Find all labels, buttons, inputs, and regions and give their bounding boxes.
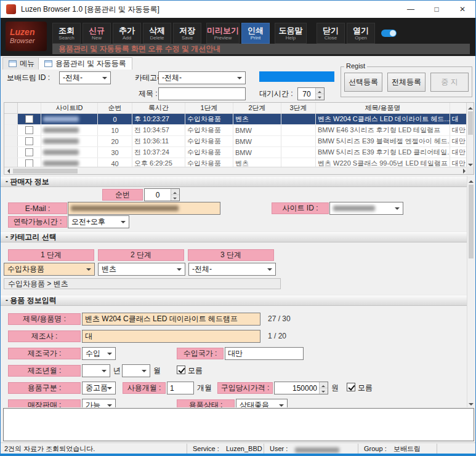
column-header-num[interactable]: 순번 xyxy=(98,103,132,113)
tab-label: 메뉴 xyxy=(20,58,34,69)
table-row[interactable]: 10 전 10:34:57 수입차용품 BMW BMW E46 3시리즈 후기형… xyxy=(4,125,467,136)
spin-down-icon[interactable] xyxy=(171,195,179,201)
row-checkbox[interactable] xyxy=(25,148,33,156)
maximize-button[interactable]: □ xyxy=(424,1,450,18)
spin-down-icon[interactable] xyxy=(316,94,324,100)
bobae-id-select[interactable]: -전체- xyxy=(59,71,111,84)
condition-select[interactable]: 상태좋음 xyxy=(236,399,288,407)
seq-stepper[interactable]: 0 xyxy=(144,188,180,201)
scrollbar-thumb[interactable] xyxy=(468,111,473,135)
mfg-month-select[interactable] xyxy=(122,364,150,377)
months-suffix: 개월 xyxy=(197,382,212,394)
tab-product-register[interactable]: 용품관리 및 자동등록 xyxy=(38,57,132,70)
spin-up-icon[interactable] xyxy=(171,189,179,195)
scroll-down-icon[interactable] xyxy=(467,400,475,407)
unknown-date-checkbox[interactable] xyxy=(177,366,185,374)
scroll-up-icon[interactable] xyxy=(467,176,475,183)
grid-vertical-scrollbar[interactable] xyxy=(466,103,474,168)
unknown-price-checkbox[interactable] xyxy=(347,383,355,391)
mfg-year-select[interactable] xyxy=(82,364,110,377)
description-box[interactable] xyxy=(3,408,474,441)
spin-up-icon[interactable] xyxy=(320,382,328,388)
cell-country: 대만 xyxy=(450,147,467,158)
row-checkbox[interactable] xyxy=(25,126,33,134)
column-header-step2[interactable]: 2단계 xyxy=(233,103,281,113)
column-header-time[interactable]: 록시간 xyxy=(132,103,185,113)
title-filter-input[interactable] xyxy=(158,87,246,100)
store-sale-select[interactable]: 가능 xyxy=(82,399,116,407)
title-char-count: 27 / 30 xyxy=(268,313,291,325)
table-row[interactable]: 40 오후 6:29:25 수입차용품 벤츠 벤츠 W220 S클래스 99-0… xyxy=(4,158,467,167)
tab-menu[interactable]: 메뉴 xyxy=(2,57,41,70)
add-button[interactable]: 추가Add xyxy=(113,23,141,44)
product-type-select[interactable]: 중고품 xyxy=(82,382,116,394)
product-title-input[interactable]: 벤츠 W204 C클래스 LED 데이라이트 헤드램프 xyxy=(82,313,260,326)
register-all-button[interactable]: 전체등록 xyxy=(387,73,426,92)
column-header-step1[interactable]: 1단계 xyxy=(185,103,233,113)
column-header-step3[interactable]: 3단계 xyxy=(281,103,316,113)
toggle-switch[interactable] xyxy=(381,30,397,37)
site-id-select[interactable] xyxy=(329,202,403,215)
category-step3-select[interactable]: -전체- xyxy=(188,263,276,276)
button-sublabel: Help xyxy=(286,35,296,41)
spin-up-icon[interactable] xyxy=(316,88,324,94)
column-header-site[interactable]: 사이트ID xyxy=(41,103,98,113)
cell-country: 대만 xyxy=(450,125,467,135)
row-selector[interactable] xyxy=(4,158,18,167)
used-months-input[interactable]: 1 xyxy=(167,382,194,394)
cell-step2: BMW xyxy=(233,136,281,146)
chevron-down-icon xyxy=(102,370,107,375)
help-button[interactable]: 도움말Help xyxy=(275,23,307,44)
contact-time-select[interactable]: 오전+오후 xyxy=(68,215,129,228)
delete-button[interactable]: 삭제Delete xyxy=(143,23,171,44)
table-row[interactable]: 0 후 10:23:27 수입차용품 벤츠 벤츠 W204 C클래스 LED 데… xyxy=(4,114,467,125)
row-checkbox[interactable] xyxy=(25,115,33,123)
import-country-label: 수입국가 : xyxy=(177,348,224,359)
product-title-label: 제목/용품명 : xyxy=(8,313,81,325)
category-filter-select[interactable]: -전체- xyxy=(158,71,246,84)
cell-step2: BMW xyxy=(233,125,281,135)
scrollbar-thumb[interactable] xyxy=(469,185,474,258)
select-value: -전체- xyxy=(192,264,212,274)
table-row[interactable]: 20 전 10:36:11 수입차용품 BMW BMW 5시리즈 E39 블랙베… xyxy=(4,136,467,147)
unknown-price-label: 모름 xyxy=(358,382,373,394)
scroll-up-icon[interactable] xyxy=(467,103,474,110)
button-sublabel: Delete xyxy=(150,35,164,41)
grid-horizontal-scrollbar[interactable] xyxy=(4,167,467,174)
table-row[interactable]: 30 전 10:37:24 수입차용품 BMW BMW 5시리즈 E39 후기형… xyxy=(4,147,467,158)
scrollbar-thumb[interactable] xyxy=(13,169,78,174)
stepper-value: 70 xyxy=(298,88,315,100)
preview-button[interactable]: 미리보기Preview xyxy=(206,23,240,44)
minimize-button[interactable]: — xyxy=(398,1,424,18)
search-button[interactable]: 조회Search xyxy=(52,23,81,44)
input-value: 대만 xyxy=(228,348,243,359)
input-value: 벤츠 W204 C클래스 LED 데이라이트 헤드램프 xyxy=(85,314,238,324)
input-value: 1 xyxy=(170,384,174,393)
print-button[interactable]: 인쇄Print xyxy=(241,23,270,44)
category-step1-select[interactable]: 수입차용품 xyxy=(4,263,95,276)
origin-select[interactable]: 수입 xyxy=(82,347,116,360)
new-button[interactable]: 신규New xyxy=(83,23,111,44)
import-country-input[interactable]: 대만 xyxy=(225,347,304,360)
row-selector[interactable] xyxy=(4,114,18,124)
save-button[interactable]: 저장Save xyxy=(173,23,201,44)
maker-input[interactable]: 대 xyxy=(82,330,260,343)
form-vertical-scrollbar[interactable] xyxy=(467,176,474,407)
wait-time-stepper[interactable]: 70 xyxy=(297,87,325,100)
column-header-country[interactable] xyxy=(450,103,467,113)
register-selected-button[interactable]: 선택등록 xyxy=(344,73,382,92)
open-button[interactable]: 열기Open xyxy=(347,23,375,44)
column-header-title[interactable]: 제목/용품명 xyxy=(316,103,450,113)
scroll-left-icon[interactable] xyxy=(4,167,12,175)
category-step2-select[interactable]: 벤츠 xyxy=(98,263,185,276)
used-months-label: 사용개월 : xyxy=(123,382,166,394)
row-selector[interactable] xyxy=(4,125,18,135)
purchase-price-stepper[interactable]: 150000 xyxy=(274,382,328,394)
row-selector[interactable] xyxy=(4,136,18,146)
spin-down-icon[interactable] xyxy=(320,388,328,394)
email-field[interactable] xyxy=(68,202,220,215)
close-screen-button[interactable]: 닫기Close xyxy=(317,23,345,44)
row-selector[interactable] xyxy=(4,147,18,158)
close-button[interactable]: ✕ xyxy=(450,1,475,18)
row-checkbox[interactable] xyxy=(25,137,33,145)
